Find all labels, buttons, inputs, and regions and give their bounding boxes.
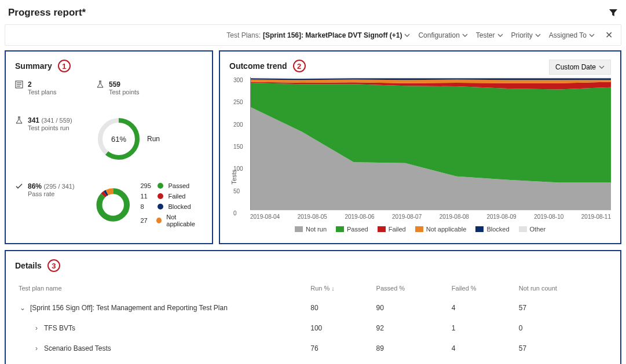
trend-chart: 050100150200250300 <box>250 77 611 210</box>
label: Test points <box>109 89 140 95</box>
expand-icon[interactable]: › <box>32 344 41 352</box>
annotation-1: 1 <box>58 60 71 72</box>
sub: (341 / 559) <box>41 117 72 124</box>
date-range-button[interactable]: Custom Date <box>549 60 611 75</box>
table-row[interactable]: ⌄[Sprint 156 Sign Off]: Test Management … <box>15 298 611 318</box>
filter-icon[interactable] <box>609 8 618 17</box>
beaker-icon <box>96 80 104 90</box>
list-icon <box>15 80 23 90</box>
check-icon <box>15 182 23 192</box>
filter-value: [Sprint 156]: MarketPlace DVT Signoff (+… <box>263 31 402 39</box>
legend-item: 27Not applicable <box>140 214 203 227</box>
expand-icon[interactable]: ⌄ <box>19 304 27 312</box>
trend-card: Outcome trend 2 Custom Date Tests 050100… <box>219 50 621 244</box>
value: 341 <box>28 116 39 124</box>
run-ring: 61% <box>96 116 141 161</box>
value: 2 <box>28 80 57 89</box>
filter-tester[interactable]: Tester <box>476 31 503 39</box>
label: Custom Date <box>555 63 596 71</box>
legend-item: Passed <box>336 226 368 233</box>
table-row[interactable]: ›TFS BVTs1009210 <box>15 318 611 339</box>
value: 559 <box>109 80 140 89</box>
details-table: Test plan name Run % ↓ Passed % Failed %… <box>15 280 611 364</box>
filter-configuration[interactable]: Configuration <box>418 31 467 39</box>
filter-label: Test Plans: <box>226 31 261 39</box>
details-title: Details <box>15 261 42 270</box>
label: Run <box>147 135 160 143</box>
chevron-down-icon <box>404 32 410 38</box>
label: Test points run <box>28 124 72 131</box>
filter-label: Priority <box>511 31 533 39</box>
filter-label: Assigned To <box>549 31 587 39</box>
col-name[interactable]: Test plan name <box>15 280 307 298</box>
annotation-3: 3 <box>47 259 60 272</box>
page-title: Progress report* <box>8 7 86 19</box>
beaker-icon <box>15 116 23 126</box>
chevron-down-icon <box>497 32 503 38</box>
table-row[interactable]: ›Scenario Based Tests7689457 <box>15 339 611 359</box>
annotation-2: 2 <box>293 60 306 72</box>
label: Test plans <box>28 89 57 95</box>
metric-points: 559 Test points <box>96 80 203 95</box>
chevron-down-icon <box>599 64 605 70</box>
metric-run: 341 (341 / 559) Test points run <box>15 116 96 161</box>
filter-label: Tester <box>476 31 495 39</box>
chevron-down-icon <box>535 32 541 38</box>
summary-title: Summary <box>15 61 52 71</box>
x-axis: 2019-08-042019-08-052019-08-062019-08-07… <box>250 210 611 220</box>
details-card: Details 3 Test plan name Run % ↓ Passed … <box>5 250 621 364</box>
value: 86% <box>28 182 42 190</box>
col-notrun[interactable]: Not run count <box>515 280 611 298</box>
filter-assigned-to[interactable]: Assigned To <box>549 31 595 39</box>
metric-plans: 2 Test plans <box>15 80 96 95</box>
col-failed[interactable]: Failed % <box>448 280 515 298</box>
table-row[interactable]: ›[Sprint 156]: MarketPlace DVT Signoff38… <box>15 359 611 365</box>
chevron-down-icon <box>462 32 468 38</box>
legend-item: Not applicable <box>415 226 467 233</box>
legend-item: Blocked <box>475 226 509 233</box>
run-pct: 61% <box>96 116 141 161</box>
filter-test-plans[interactable]: Test Plans: [Sprint 156]: MarketPlace DV… <box>226 31 410 39</box>
legend-item: 295Passed <box>140 182 203 189</box>
close-icon[interactable]: ✕ <box>603 30 615 41</box>
outcome-donut <box>96 186 130 223</box>
col-passed[interactable]: Passed % <box>373 280 448 298</box>
trend-legend: Not runPassedFailedNot applicableBlocked… <box>229 226 611 233</box>
sub: (295 / 341) <box>43 183 74 190</box>
outcome-donut-block: 295Passed11Failed8Blocked27Not applicabl… <box>96 182 203 227</box>
legend-item: Other <box>519 226 546 233</box>
chevron-down-icon <box>589 32 595 38</box>
metric-pass: 86% (295 / 341) Pass rate <box>15 182 96 227</box>
summary-card: Summary 1 2 Test plans 559 Test points <box>5 50 213 244</box>
outcome-legend: 295Passed11Failed8Blocked27Not applicabl… <box>140 182 203 227</box>
trend-title: Outcome trend <box>229 61 287 71</box>
label: Pass rate <box>28 190 75 197</box>
filter-priority[interactable]: Priority <box>511 31 541 39</box>
filter-label: Configuration <box>418 31 459 39</box>
legend-item: Not run <box>295 226 327 233</box>
run-ring-block: 61% Run <box>96 116 203 161</box>
legend-item: Failed <box>378 226 406 233</box>
col-run[interactable]: Run % ↓ <box>307 280 372 298</box>
filter-bar: Test Plans: [Sprint 156]: MarketPlace DV… <box>5 24 621 46</box>
legend-item: 11Failed <box>140 193 203 200</box>
legend-item: 8Blocked <box>140 203 203 210</box>
expand-icon[interactable]: › <box>32 324 41 332</box>
y-axis-label: Tests <box>230 170 237 185</box>
